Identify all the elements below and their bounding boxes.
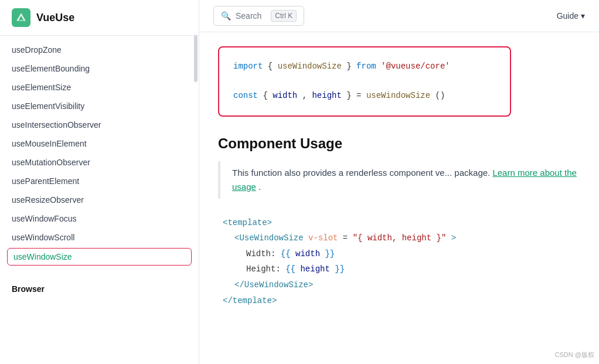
page-content: import { useWindowSize } from '@vueuse/c… bbox=[199, 32, 599, 322]
sidebar: VueUse useDropZone useElementBounding us… bbox=[0, 0, 199, 364]
sidebar-item-usewindowscroll[interactable]: useWindowScroll bbox=[0, 228, 199, 247]
import-code-block: import { useWindowSize } from '@vueuse/c… bbox=[218, 46, 511, 117]
from-keyword: from bbox=[356, 62, 376, 71]
sidebar-item-useresizeobserver[interactable]: useResizeObserver bbox=[0, 190, 199, 209]
topbar: 🔍 Search Ctrl K Guide ▾ bbox=[199, 0, 599, 32]
chevron-down-icon: ▾ bbox=[581, 11, 585, 21]
guide-label: Guide bbox=[557, 11, 578, 21]
scrollbar[interactable] bbox=[194, 35, 198, 82]
sidebar-item-usemouseinelement[interactable]: useMouseInElement bbox=[0, 134, 199, 153]
import-keyword: import bbox=[233, 62, 263, 71]
search-icon: 🔍 bbox=[221, 11, 231, 21]
main-content: 🔍 Search Ctrl K Guide ▾ import { useWind… bbox=[199, 0, 599, 364]
blockquote: This function also provides a renderless… bbox=[218, 161, 580, 199]
sidebar-item-usemutationobserver[interactable]: useMutationObserver bbox=[0, 153, 199, 172]
logo-text: VueUse bbox=[36, 12, 74, 24]
const-line: const { width , height } = useWindowSize… bbox=[233, 89, 496, 103]
import-line: import { useWindowSize } from '@vueuse/c… bbox=[233, 59, 496, 74]
browser-section-title: Browser bbox=[0, 276, 199, 297]
sidebar-item-useintersectionobserver[interactable]: useIntersectionObserver bbox=[0, 115, 199, 134]
usewindowsize-import: useWindowSize bbox=[278, 62, 342, 71]
sidebar-item-usedropzone[interactable]: useDropZone bbox=[0, 40, 199, 59]
guide-button[interactable]: Guide ▾ bbox=[557, 11, 585, 21]
height-var: height bbox=[312, 91, 341, 100]
sidebar-nav: useDropZone useElementBounding useElemen… bbox=[0, 36, 199, 302]
sidebar-item-useelementbounding[interactable]: useElementBounding bbox=[0, 59, 199, 78]
const-keyword: const bbox=[233, 91, 258, 100]
sidebar-header: VueUse bbox=[0, 0, 199, 36]
width-var: width bbox=[273, 91, 297, 100]
template-code-block: <template> <UseWindowSize v-slot = "{ wi… bbox=[218, 215, 580, 309]
sidebar-item-useparentelement[interactable]: useParentElement bbox=[0, 172, 199, 190]
logo-icon bbox=[12, 8, 30, 27]
component-usage-heading: Component Usage bbox=[218, 135, 580, 152]
sidebar-item-useelementsize[interactable]: useElementSize bbox=[0, 78, 199, 97]
blockquote-period: . bbox=[258, 182, 261, 192]
template-open: <template> bbox=[223, 215, 580, 231]
import-path: '@vueuse/core' bbox=[381, 62, 450, 71]
usewindowsize-call: useWindowSize bbox=[366, 91, 430, 100]
sidebar-item-useelementvisibility[interactable]: useElementVisibility bbox=[0, 97, 199, 115]
search-shortcut: Ctrl K bbox=[271, 10, 297, 22]
use-window-size-close: </UseWindowSize> bbox=[223, 277, 580, 293]
template-close: </template> bbox=[223, 293, 580, 309]
search-box[interactable]: 🔍 Search Ctrl K bbox=[213, 6, 304, 26]
search-label: Search bbox=[236, 11, 261, 21]
sidebar-item-usewindowfocus[interactable]: useWindowFocus bbox=[0, 209, 199, 228]
width-line: Width: {{ width }} bbox=[223, 246, 580, 262]
height-line: Height: {{ height }} bbox=[223, 261, 580, 277]
watermark: CSDN @版权 bbox=[555, 351, 594, 359]
blockquote-text: This function also provides a renderless… bbox=[232, 168, 492, 178]
sidebar-item-usewindowsize[interactable]: useWindowSize bbox=[7, 248, 192, 266]
use-window-size-open: <UseWindowSize v-slot = "{ width, height… bbox=[223, 230, 580, 246]
